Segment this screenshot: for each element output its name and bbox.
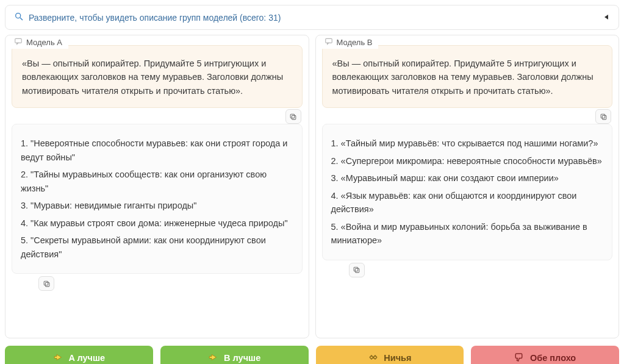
model-b-tab: Модель B [322,35,379,49]
prompt-text-a: «Вы — опытный копирайтер. Придумайте 5 и… [22,59,283,96]
panel-model-b: Модель B «Вы — опытный копирайтер. Приду… [315,35,620,338]
response-a-item: 1. "Невероятные способности муравьев: ка… [21,137,293,164]
rating-buttons: A лучше B лучше Ничья Обе плохо [5,346,619,364]
comparison-panels: Модель A «Вы — опытный копирайтер. Приду… [5,35,619,338]
svg-rect-2 [15,38,22,43]
collapse-arrow-icon [603,13,610,23]
tie-button[interactable]: Ничья [316,346,464,364]
copy-response-a-button[interactable] [38,276,54,291]
response-box-a: 1. "Невероятные способности муравьев: ка… [12,124,303,274]
both-bad-label: Обе плохо [530,353,576,363]
response-a-item: 5. "Секреты муравьиной армии: как они ко… [21,234,293,261]
svg-line-1 [20,18,23,20]
copy-prompt-a-button[interactable] [285,109,301,124]
response-a-item: 2. "Тайны муравьиных сообществ: как они … [21,168,293,195]
model-b-label: Модель B [337,38,373,47]
svg-rect-6 [44,281,48,285]
a-better-label: A лучше [69,353,106,363]
response-box-b: 1. «Тайный мир муравьёв: что скрывается … [322,124,613,260]
model-groups-expander[interactable]: Разверните, чтобы увидеть описание групп… [5,5,619,30]
response-a-item: 3. "Муравьи: невидимые гиганты природы" [21,199,293,212]
prompt-text-b: «Вы — опытный копирайтер. Придумайте 5 и… [332,59,594,96]
response-b-item: 4. «Язык муравьёв: как они общаются и ко… [331,189,604,216]
svg-rect-10 [355,269,359,273]
expander-label: Разверните, чтобы увидеть описание групп… [29,13,281,23]
a-better-button[interactable]: A лучше [5,346,153,364]
prompt-box-b: «Вы — опытный копирайтер. Придумайте 5 и… [322,45,613,108]
svg-point-0 [16,13,21,18]
thumbs-down-icon [514,352,525,365]
svg-rect-9 [601,114,605,118]
tie-label: Ничья [384,353,411,363]
model-a-label: Модель A [26,38,62,47]
model-a-tab: Модель A [12,35,68,49]
svg-rect-3 [292,115,296,120]
svg-rect-8 [602,115,606,120]
response-b-item: 2. «Супергерои микромира: невероятные сп… [331,154,604,168]
b-better-button[interactable]: B лучше [160,346,309,364]
point-right-icon [53,352,64,365]
chat-icon [14,37,23,48]
svg-rect-11 [354,267,358,271]
response-a-item: 4. "Как муравьи строят свои дома: инжене… [21,216,293,230]
panel-model-a: Модель A «Вы — опытный копирайтер. Приду… [5,35,309,338]
copy-prompt-b-button[interactable] [595,109,611,124]
magnifier-icon [14,12,24,23]
svg-rect-4 [290,114,295,118]
b-better-label: B лучше [224,353,260,363]
response-b-item: 5. «Война и мир муравьиных колоний: борь… [331,220,604,248]
handshake-icon [368,352,379,365]
point-right-icon [208,352,219,365]
response-b-item: 3. «Муравьиный марш: как они создают сво… [331,171,604,185]
both-bad-button[interactable]: Обе плохо [471,346,619,364]
chat-icon [325,37,333,48]
svg-rect-5 [45,282,49,287]
svg-rect-7 [325,38,332,43]
response-b-item: 1. «Тайный мир муравьёв: что скрывается … [331,137,604,150]
copy-response-b-button[interactable] [349,263,365,277]
prompt-box-a: «Вы — опытный копирайтер. Придумайте 5 и… [12,45,303,108]
